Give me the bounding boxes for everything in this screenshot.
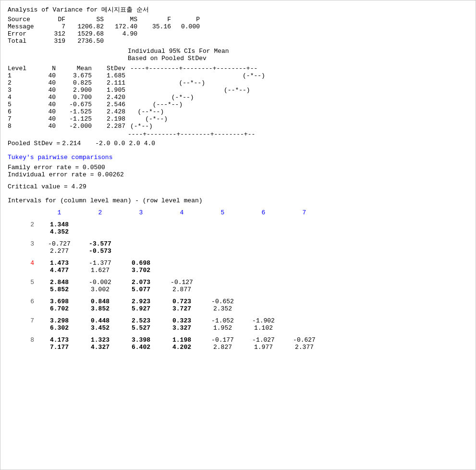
intervals-lower-cell-2-1: 1.627 — [80, 267, 121, 274]
axis-separator: ----+--------+--------+--------+-- — [128, 131, 255, 138]
intervals-upper-cell-1-6 — [284, 240, 325, 247]
ci-mean: -2.000 — [56, 123, 92, 130]
intervals-upper-cell-5-4: -1.052 — [202, 317, 243, 324]
anova-ms: 172.40 — [104, 23, 137, 30]
anova-source: Total — [8, 37, 41, 45]
intervals-lower-cell-0-1 — [80, 228, 121, 235]
intervals-upper-cell-1-0: -0.727 — [39, 240, 80, 247]
intervals-upper-cell-5-0: 3.298 — [39, 317, 80, 324]
ci-data-row: 1 40 3.675 1.685 (-*--) — [8, 72, 468, 79]
intervals-lower-cell-1-5 — [243, 247, 284, 255]
intervals-lower-row: 6.7023.8525.9273.7272.352 — [8, 305, 468, 312]
header-ss: SS — [65, 16, 104, 23]
intervals-lower-cell-1-4 — [202, 247, 243, 255]
intervals-lower-cell-1-3 — [161, 247, 202, 255]
intervals-upper-row: 84.1731.3233.3981.198-0.177-1.027-0.627 — [8, 336, 468, 344]
anova-table: Source DF SS MS F P Message 7 1206.82 17… — [8, 16, 468, 45]
intervals-lower-cell-3-1: 3.002 — [80, 286, 121, 293]
intervals-lower-cell-5-0: 6.302 — [39, 324, 80, 332]
intervals-col-header-row: 1234567 — [8, 209, 468, 216]
ci-stdev: 2.198 — [92, 115, 125, 123]
intervals-upper-cell-3-5 — [243, 279, 284, 286]
intervals-lower-row: 4.352 — [8, 228, 468, 235]
intervals-upper-cell-4-0: 3.698 — [39, 298, 80, 305]
intervals-lower-cell-6-2: 6.402 — [121, 344, 161, 351]
ci-n: 40 — [34, 123, 56, 130]
intervals-upper-cell-6-4: -0.177 — [202, 336, 243, 344]
ci-header-n: N — [34, 65, 56, 72]
individual-error: Individual error rate = 0.00262 — [8, 171, 468, 178]
intervals-lower-cell-0-3 — [161, 228, 202, 235]
intervals-upper-cell-6-5: -1.027 — [243, 336, 284, 344]
intervals-lower-row: 7.1774.3276.4024.2022.8271.9772.377 — [8, 344, 468, 351]
ci-chart: (-*--) — [130, 94, 194, 101]
intervals-lower-cell-6-4: 2.827 — [202, 344, 243, 351]
anova-title: Analysis of Variance for 메시지표출 순서 — [8, 5, 468, 14]
intervals-lower-cell-3-2: 5.077 — [121, 286, 161, 293]
axis-values: -2.0 0.0 2.0 4.0 — [95, 140, 155, 147]
ci-rows: 1 40 3.675 1.685 (-*--) 2 40 0.825 2.111… — [8, 72, 468, 130]
intervals-row-label: 4 — [8, 260, 39, 267]
intervals-lower-cell-2-3 — [161, 267, 202, 274]
intervals-upper-cell-0-5 — [243, 221, 284, 228]
intervals-upper-cell-2-3 — [161, 260, 202, 267]
intervals-upper-cell-4-6 — [284, 298, 325, 305]
header-f: F — [137, 16, 171, 23]
intervals-lower-cell-1-1: -0.573 — [80, 247, 121, 255]
intervals-upper-cell-3-6 — [284, 279, 325, 286]
intervals-upper-row: 63.6980.8482.9230.723-0.652 — [8, 298, 468, 305]
ci-chart: (---*--) — [130, 101, 183, 108]
intervals-lower-cell-4-0: 6.702 — [39, 305, 80, 312]
ci-data-row: 4 40 0.700 2.420 (-*--) — [8, 94, 468, 101]
anova-ms: 4.90 — [104, 30, 137, 37]
intervals-upper-cell-5-6 — [284, 317, 325, 324]
intervals-lower-cell-1-0: 2.277 — [39, 247, 80, 255]
intervals-upper-cell-4-1: 0.848 — [80, 298, 121, 305]
ci-chart: (--*--) — [130, 79, 205, 87]
intervals-upper-cell-2-5 — [243, 260, 284, 267]
family-error: Family error rate = 0.0500 — [8, 164, 468, 171]
ci-level: 7 — [8, 115, 34, 123]
intervals-row-label: 3 — [8, 240, 39, 247]
ci-section: Individual 95% CIs For Mean Based on Poo… — [8, 48, 468, 147]
intervals-upper-cell-2-2: 0.698 — [121, 260, 161, 267]
intervals-lower-cell-0-6 — [284, 228, 325, 235]
tukey-section: Tukey's pairwise comparisons Family erro… — [8, 154, 468, 190]
intervals-upper-cell-0-4 — [202, 221, 243, 228]
anova-p — [171, 37, 200, 45]
ci-data-row: 6 40 -1.525 2.428 (--*--) — [8, 108, 468, 115]
header-df: DF — [41, 16, 65, 23]
anova-ms — [104, 37, 137, 45]
intervals-upper-row: 52.848-0.0022.073-0.127 — [8, 279, 468, 286]
intervals-lower-cell-3-4 — [202, 286, 243, 293]
ci-header-stdev: StDev — [92, 65, 125, 72]
intervals-lower-cell-4-5 — [243, 305, 284, 312]
ci-mean: -1.525 — [56, 108, 92, 115]
header-source: Source — [8, 16, 41, 23]
ci-mean: 2.900 — [56, 87, 92, 94]
ci-data-row: 3 40 2.900 1.905 (--*--) — [8, 87, 468, 94]
intervals-row-group: 41.473-1.3770.6984.4771.6273.702 — [8, 260, 468, 274]
anova-p — [171, 30, 200, 37]
intervals-upper-cell-5-1: 0.448 — [80, 317, 121, 324]
ci-header-mean: Mean — [56, 65, 92, 72]
anova-data-row: Error 312 1529.68 4.90 — [8, 30, 468, 37]
ci-stdev: 1.685 — [92, 72, 125, 79]
ci-n: 40 — [34, 87, 56, 94]
intervals-upper-cell-0-6 — [284, 221, 325, 228]
ci-mean: -1.125 — [56, 115, 92, 123]
ci-header: Individual 95% CIs For Mean Based on Poo… — [128, 48, 229, 62]
intervals-row-label: 8 — [8, 336, 39, 344]
intervals-lower-cell-0-2 — [121, 228, 161, 235]
intervals-lower-cell-4-6 — [284, 305, 325, 312]
intervals-lower-cell-6-5: 1.977 — [243, 344, 284, 351]
intervals-upper-cell-5-3: 0.323 — [161, 317, 202, 324]
intervals-row-label: 5 — [8, 279, 39, 286]
ci-n: 40 — [34, 108, 56, 115]
intervals-upper-cell-1-3 — [161, 240, 202, 247]
ci-n: 40 — [34, 94, 56, 101]
intervals-row-group: 3-0.727-3.5772.277-0.573 — [8, 240, 468, 255]
ci-mean: 0.700 — [56, 94, 92, 101]
intervals-lower-cell-4-3: 3.727 — [161, 305, 202, 312]
ci-stdev: 1.905 — [92, 87, 125, 94]
